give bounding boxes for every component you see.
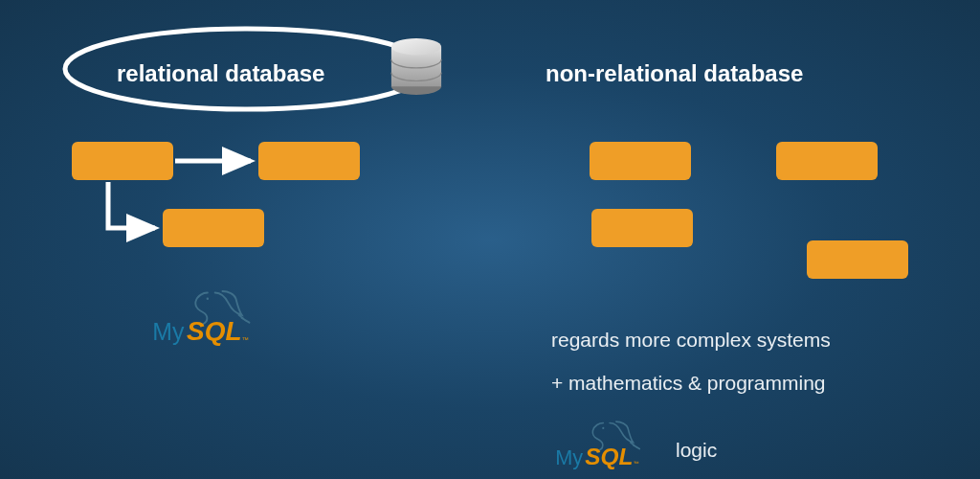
mysql-sql-text: SQL [187,316,242,346]
nonrelational-detail-line: + mathematics & programming [551,372,826,395]
relational-table-box [163,209,264,247]
svg-point-3 [391,38,441,55]
svg-point-7 [602,427,604,429]
database-icon [389,35,444,97]
non-relational-heading: non-relational database [546,60,803,87]
relational-table-box [72,142,173,180]
nonrelational-entity-box [776,142,878,180]
mysql-logo-icon: My SQL ™ [547,419,664,471]
nonrelational-entity-box [807,240,908,279]
svg-text:™: ™ [242,336,249,343]
nonrelational-entity-box [590,142,691,180]
relational-table-box [258,142,360,180]
svg-text:™: ™ [633,460,638,467]
svg-point-1 [391,79,441,95]
mysql-my-text: My [555,445,583,469]
mysql-sql-text: SQL [585,444,633,469]
svg-point-5 [207,298,209,300]
relational-heading: relational database [117,60,324,87]
nonrelational-detail-line: regards more complex systems [551,329,831,352]
svg-rect-2 [391,47,441,87]
mysql-my-text: My [152,318,185,345]
mysql-logo-icon: My SQL ™ [144,285,278,352]
nonrelational-entity-box [591,209,693,247]
nonrelational-detail-line: logic [676,439,717,462]
